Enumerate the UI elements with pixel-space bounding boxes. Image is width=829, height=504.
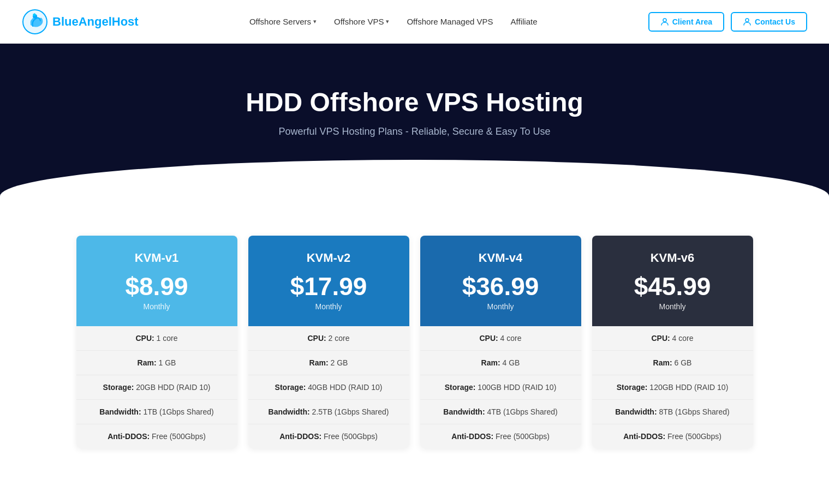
nav-link-offshore-servers[interactable]: Offshore Servers ▾	[249, 17, 317, 26]
plan-name-kvm-v6: KVM-v6	[603, 251, 742, 265]
feature-row: Storage: 120GB HDD (RAID 10)	[592, 375, 753, 400]
feature-row: CPU: 1 core	[76, 326, 237, 351]
plan-features-kvm-v1: CPU: 1 coreRam: 1 GBStorage: 20GB HDD (R…	[76, 326, 237, 448]
plan-card-kvm-v4: KVM-v4$36.99MonthlyCPU: 4 coreRam: 4 GBS…	[420, 236, 581, 448]
plan-card-kvm-v2: KVM-v2$17.99MonthlyCPU: 2 coreRam: 2 GBS…	[248, 236, 409, 448]
feature-row: CPU: 2 core	[248, 326, 409, 351]
feature-row: Anti-DDOS: Free (500Gbps)	[420, 424, 581, 448]
feature-row: Bandwidth: 1TB (1Gbps Shared)	[76, 400, 237, 424]
plan-period-kvm-v6: Monthly	[603, 302, 742, 311]
feature-row: Ram: 4 GB	[420, 351, 581, 375]
feature-row: Bandwidth: 4TB (1Gbps Shared)	[420, 400, 581, 424]
nav-link-affiliate[interactable]: Affiliate	[511, 17, 538, 26]
feature-row: Storage: 100GB HDD (RAID 10)	[420, 375, 581, 400]
contact-icon	[743, 17, 752, 26]
feature-row: Storage: 20GB HDD (RAID 10)	[76, 375, 237, 400]
plan-card-kvm-v1: KVM-v1$8.99MonthlyCPU: 1 coreRam: 1 GBSt…	[76, 236, 237, 448]
nav-item-affiliate[interactable]: Affiliate	[511, 17, 538, 26]
contact-us-button[interactable]: Contact Us	[731, 12, 807, 32]
plan-header-kvm-v1: KVM-v1$8.99Monthly	[76, 236, 237, 326]
nav-item-managed-vps[interactable]: Offshore Managed VPS	[407, 17, 493, 26]
plan-features-kvm-v4: CPU: 4 coreRam: 4 GBStorage: 100GB HDD (…	[420, 326, 581, 448]
nav-link-managed-vps[interactable]: Offshore Managed VPS	[407, 17, 493, 26]
nav-item-offshore-servers[interactable]: Offshore Servers ▾	[249, 17, 317, 26]
hero-section: HDD Offshore VPS Hosting Powerful VPS Ho…	[0, 44, 829, 203]
feature-row: Ram: 1 GB	[76, 351, 237, 375]
feature-row: Anti-DDOS: Free (500Gbps)	[248, 424, 409, 448]
hero-subtitle: Powerful VPS Hosting Plans - Reliable, S…	[22, 126, 807, 137]
hero-title: HDD Offshore VPS Hosting	[22, 87, 807, 117]
plan-name-kvm-v4: KVM-v4	[431, 251, 570, 265]
nav-link-offshore-vps[interactable]: Offshore VPS ▾	[334, 17, 389, 26]
logo[interactable]: BlueAngelHost	[22, 9, 139, 35]
nav-links: Offshore Servers ▾ Offshore VPS ▾ Offsho…	[249, 17, 538, 26]
plan-card-kvm-v6: KVM-v6$45.99MonthlyCPU: 4 coreRam: 6 GBS…	[592, 236, 753, 448]
feature-row: Storage: 40GB HDD (RAID 10)	[248, 375, 409, 400]
chevron-down-icon: ▾	[313, 18, 317, 25]
feature-row: CPU: 4 core	[420, 326, 581, 351]
chevron-down-icon: ▾	[386, 18, 389, 25]
svg-point-2	[663, 19, 666, 22]
feature-row: CPU: 4 core	[592, 326, 753, 351]
client-area-button[interactable]: Client Area	[648, 12, 724, 32]
feature-row: Anti-DDOS: Free (500Gbps)	[76, 424, 237, 448]
plan-period-kvm-v2: Monthly	[259, 302, 398, 311]
nav-buttons: Client Area Contact Us	[648, 12, 807, 32]
plan-header-kvm-v2: KVM-v2$17.99Monthly	[248, 236, 409, 326]
logo-text: BlueAngelHost	[52, 15, 139, 29]
svg-point-3	[745, 19, 749, 22]
user-icon	[660, 17, 669, 26]
logo-icon	[22, 9, 48, 35]
plan-period-kvm-v4: Monthly	[431, 302, 570, 311]
feature-row: Ram: 2 GB	[248, 351, 409, 375]
plan-header-kvm-v6: KVM-v6$45.99Monthly	[592, 236, 753, 326]
plan-price-kvm-v1: $8.99	[87, 274, 226, 299]
feature-row: Bandwidth: 8TB (1Gbps Shared)	[592, 400, 753, 424]
plan-period-kvm-v1: Monthly	[87, 302, 226, 311]
pricing-grid: KVM-v1$8.99MonthlyCPU: 1 coreRam: 1 GBSt…	[76, 236, 753, 448]
plan-name-kvm-v2: KVM-v2	[259, 251, 398, 265]
pricing-section: KVM-v1$8.99MonthlyCPU: 1 coreRam: 1 GBSt…	[0, 203, 829, 492]
plan-header-kvm-v4: KVM-v4$36.99Monthly	[420, 236, 581, 326]
plan-features-kvm-v6: CPU: 4 coreRam: 6 GBStorage: 120GB HDD (…	[592, 326, 753, 448]
feature-row: Anti-DDOS: Free (500Gbps)	[592, 424, 753, 448]
plan-features-kvm-v2: CPU: 2 coreRam: 2 GBStorage: 40GB HDD (R…	[248, 326, 409, 448]
plan-price-kvm-v6: $45.99	[603, 274, 742, 299]
plan-name-kvm-v1: KVM-v1	[87, 251, 226, 265]
nav-item-offshore-vps[interactable]: Offshore VPS ▾	[334, 17, 389, 26]
feature-row: Ram: 6 GB	[592, 351, 753, 375]
feature-row: Bandwidth: 2.5TB (1Gbps Shared)	[248, 400, 409, 424]
plan-price-kvm-v4: $36.99	[431, 274, 570, 299]
plan-price-kvm-v2: $17.99	[259, 274, 398, 299]
navbar: BlueAngelHost Offshore Servers ▾ Offshor…	[0, 0, 829, 44]
